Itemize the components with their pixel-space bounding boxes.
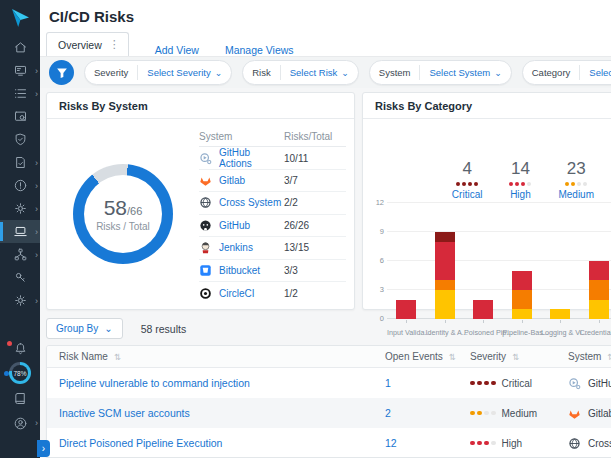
bar-2[interactable] [435,232,455,319]
segment-low [512,309,532,319]
severity-badge: High [470,438,522,449]
score-dot-icon [4,371,9,376]
filter-pill-category[interactable]: CategorySelect Category⌄ [522,60,611,85]
dot [484,381,489,386]
page-title: CI/CD Risks [49,8,134,25]
x-tick-label: Credential H... [580,328,611,337]
risk-name-link[interactable]: Pipeline vulnerable to command injection [59,377,250,389]
filter-pill-risk[interactable]: RiskSelect Risk⌄ [242,60,359,85]
sidebar-item-policies[interactable]: › [0,82,40,105]
segment-low [550,309,570,319]
risks-by-system-title: Risks By System [47,93,354,119]
x-tick-label: Poisoned Pip... [464,328,503,337]
system-link[interactable]: Bitbucket [199,264,284,277]
system-link[interactable]: Jenkins [199,241,284,254]
filter-value[interactable]: Select Category [580,67,611,78]
chevron-down-icon: ⌄ [494,68,511,78]
risk-name-link[interactable]: Direct Poisoned Pipeline Execution [59,437,222,449]
x-tick-label: Logging & Vi... [541,328,580,337]
stat-high[interactable]: 14High [509,159,531,200]
bar-4[interactable] [512,271,532,319]
filter-value[interactable]: Select System [420,67,494,78]
sidebar-item-settings[interactable]: › [0,197,40,220]
sidebar-item-network[interactable]: › [0,243,40,266]
risk-name-link[interactable]: Inactive SCM user accounts [59,407,190,419]
sidebar-item-docs[interactable] [0,389,40,407]
dot [477,441,482,446]
chevron-right-icon: › [35,227,38,236]
sidebar-item-shield-check[interactable] [0,128,40,151]
sidebar-expand-chevron-icon[interactable]: › [37,440,50,457]
risks-by-system-body: 58/66 Risks / Total System Risks/Total G… [47,119,354,309]
manage-views-link[interactable]: Manage Views [225,44,294,56]
app-logo-icon[interactable] [0,0,40,36]
column-header-open-events[interactable]: Open Events⇅ [373,351,458,362]
open-events-link[interactable]: 2 [385,407,391,419]
system-link[interactable]: CircleCI [199,287,284,300]
chevron-right-icon: › [35,158,38,167]
sort-icon[interactable]: ⇅ [512,352,519,362]
group-by-button[interactable]: Group By ⌄ [46,318,123,339]
filter-pill-severity[interactable]: SeveritySelect Severity⌄ [84,60,232,85]
sidebar-item-issues[interactable]: › [0,174,40,197]
bar-5[interactable] [550,309,570,319]
stat-critical[interactable]: 4Critical [452,159,483,200]
column-header-risk-name[interactable]: Risk Name⇅ [47,351,373,362]
system-mini-table-header: System Risks/Total [199,127,346,147]
sidebar-item-cicd[interactable]: › [0,220,40,243]
system-value: Gitlab [568,407,611,420]
open-events-link[interactable]: 12 [385,437,397,449]
bar-3[interactable] [473,300,493,319]
system-link[interactable]: GitHub [199,219,284,232]
sidebar-item-admin[interactable]: › [0,289,40,312]
sort-icon[interactable]: ⇅ [114,352,121,362]
system-link[interactable]: GitHub Actions [199,147,284,169]
severity-dots-icon [470,381,496,386]
sidebar-item-score[interactable]: 78% [0,364,40,382]
tab-menu-kebab-icon[interactable]: ⋮ [109,38,120,51]
segment-high [473,300,493,319]
system-link[interactable]: Gitlab [199,174,284,187]
risks-by-category-title: Risks By Category [363,93,611,119]
stat-medium[interactable]: 23Medium [558,159,594,200]
column-header-system[interactable]: System⇅ [556,351,611,362]
sidebar-item-notifications[interactable] [0,339,40,357]
open-events-link[interactable]: 1 [385,377,391,389]
sidebar-item-home[interactable] [0,36,40,59]
score-value: 78% [13,370,26,377]
gridline [387,231,611,232]
filter-value[interactable]: Select Risk [281,67,342,78]
group-by-label: Group By [56,323,98,334]
bar-6[interactable] [589,261,609,319]
y-tick-label: 9 [373,227,384,236]
chevron-right-icon: › [35,181,38,190]
github-icon [199,219,212,232]
admin-icon [13,293,28,308]
filter-funnel-button[interactable] [49,60,74,85]
x-tick-label: Input Valida... [387,328,426,337]
sidebar-item-inventory[interactable] [0,105,40,128]
system-name: CircleCI [219,288,255,299]
account-icon [13,416,28,431]
sort-icon[interactable]: ⇅ [607,352,611,362]
system-link[interactable]: Cross System [199,196,284,209]
system-row: Cross System2/2 [199,192,346,215]
tab-overview[interactable]: Overview ⋮ [46,32,129,56]
segment-high [396,300,416,319]
sidebar-item-account[interactable]: › [0,414,40,432]
risks-donut-chart[interactable]: 58/66 Risks / Total [73,164,173,264]
results-bar: Group By ⌄ 58 results [46,318,186,339]
filter-value[interactable]: Select Severity [138,67,214,78]
sidebar-item-compliance[interactable]: › [0,151,40,174]
filter-pill-system[interactable]: SystemSelect System⌄ [369,60,512,85]
sort-icon[interactable]: ⇅ [449,352,456,362]
donut-center: 58/66 Risks / Total [73,164,173,264]
x-tick [406,320,407,323]
table-row: Inactive SCM user accounts2MediumGitlab [47,398,611,428]
bar-1[interactable] [396,300,416,319]
sidebar-item-keys[interactable] [0,266,40,289]
column-header-severity[interactable]: Severity⇅ [458,351,556,362]
add-view-link[interactable]: Add View [155,44,199,56]
severity-badge: Medium [470,408,537,419]
sidebar-item-dashboards[interactable]: › [0,59,40,82]
